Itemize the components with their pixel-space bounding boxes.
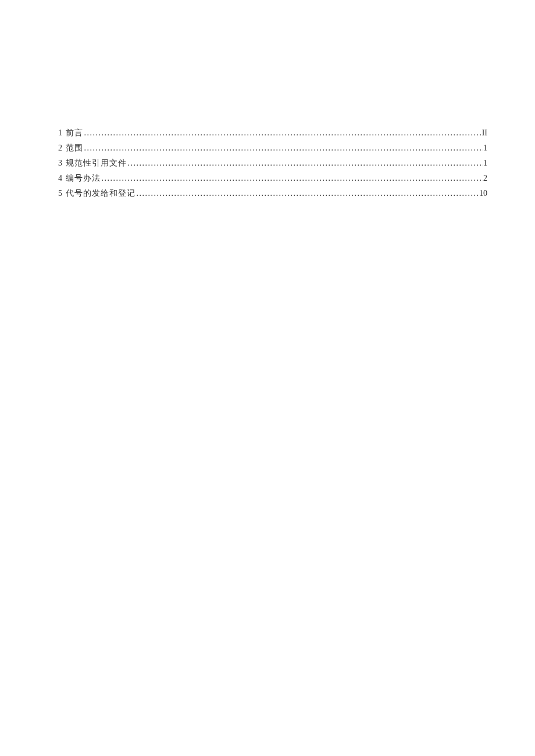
toc-label: 4 编号办法: [58, 173, 101, 184]
toc-page-number: 10: [479, 189, 487, 198]
toc-page-number: II: [482, 128, 487, 138]
toc-label: 3 规范性引用文件: [58, 158, 127, 169]
toc-entry: 5 代号的发给和登记 10: [58, 188, 487, 199]
toc-leader-dots: [83, 128, 482, 138]
toc-leader-dots: [83, 144, 484, 153]
toc-entry: 1 前言 II: [58, 128, 487, 138]
toc-entry: 3 规范性引用文件 1: [58, 158, 487, 169]
toc-entry: 2 范围 1: [58, 143, 487, 153]
toc-page-number: 1: [483, 159, 487, 168]
toc-label: 1 前言: [58, 128, 83, 138]
toc-leader-dots: [101, 174, 484, 183]
table-of-contents: 1 前言 II 2 范围 1 3 规范性引用文件 1 4 编号办法 2 5 代号…: [58, 128, 487, 199]
toc-leader-dots: [127, 159, 484, 168]
toc-label: 5 代号的发给和登记: [58, 188, 135, 199]
toc-leader-dots: [135, 189, 480, 198]
toc-label: 2 范围: [58, 143, 83, 153]
toc-page-number: 2: [483, 174, 487, 183]
toc-entry: 4 编号办法 2: [58, 173, 487, 184]
toc-page-number: 1: [483, 144, 487, 153]
